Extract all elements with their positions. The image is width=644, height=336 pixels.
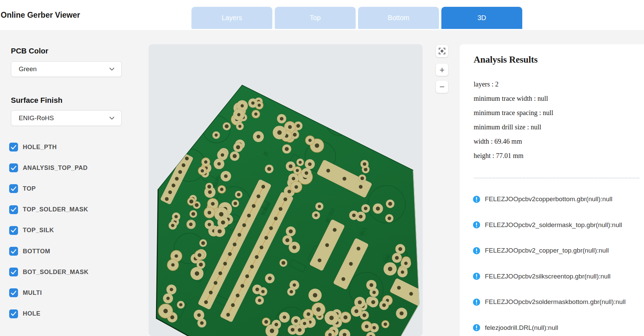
layer-label: BOTTOM <box>23 248 50 255</box>
analysis-stat: height : 77.01 mm <box>474 148 553 163</box>
layer-checkbox[interactable] <box>9 184 18 193</box>
analysis-panel: Analysis Results layers : 2minimum trace… <box>460 44 644 336</box>
checkmark-icon <box>11 207 17 212</box>
layer-toggle-row: TOP_SOLDER_MASK <box>9 205 88 214</box>
layer-label: HOLE_PTH <box>23 144 57 151</box>
surface-finish-heading: Surface Finish <box>11 96 63 105</box>
checkmark-icon <box>11 228 17 233</box>
gerber-file-row: felezjoodrill.DRL(null):null <box>473 323 639 333</box>
info-icon <box>473 195 480 203</box>
gerber-file-row: FELEZJOOpcbv2_copper_top.gbr(null):null <box>473 246 639 255</box>
layer-label: ANALYSIS_TOP_PAD <box>23 164 88 172</box>
checkmark-icon <box>11 290 17 295</box>
center-view-button[interactable] <box>436 45 448 57</box>
analysis-stat: minimum trace spacing : null <box>474 106 553 120</box>
analysis-stat: minimum drill size : null <box>474 120 553 134</box>
gerber-file-name: FELEZJOOpcbv2copperbottom.gbr(null):null <box>485 195 612 203</box>
layer-checkbox[interactable] <box>9 205 18 214</box>
zoom-in-button[interactable]: + <box>436 64 448 76</box>
layer-toggle-row: TOP_SILK <box>9 226 54 235</box>
layer-label: TOP_SILK <box>23 227 54 234</box>
checkmark-icon <box>11 311 17 316</box>
analysis-title: Analysis Results <box>474 54 538 65</box>
checkmark-icon <box>11 165 17 171</box>
gerber-file-name: FELEZJOOpcbv2_soldermask_top.gbr(null):n… <box>485 221 622 229</box>
analysis-stat: minimum trace width : null <box>474 91 553 106</box>
layer-checkbox[interactable] <box>9 288 18 297</box>
gerber-file-name: FELEZJOOpcbv2soldermaskbottom.gbr(null):… <box>485 298 626 306</box>
tab-top[interactable]: Top <box>275 7 356 29</box>
analysis-stat: layers : 2 <box>474 77 553 91</box>
info-icon <box>473 272 480 280</box>
layer-checkbox[interactable] <box>9 163 18 172</box>
pcb-color-heading: PCB Color <box>11 47 48 55</box>
gerber-file-list: FELEZJOOpcbv2copperbottom.gbr(null):null… <box>473 194 639 336</box>
gerber-file-name: FELEZJOOpcbv2_copper_top.gbr(null):null <box>485 247 609 254</box>
layer-label: MULTI <box>23 289 42 297</box>
gerber-file-row: FELEZJOOpcbv2silkscreentop.gbr(null):nul… <box>473 272 639 281</box>
checkmark-icon <box>11 145 17 150</box>
pcb-3d-render[interactable]: 400nF400nFBC331LT8754K710K18KJK <box>149 44 423 336</box>
layer-checkbox[interactable] <box>9 309 18 318</box>
checkmark-icon <box>11 270 17 275</box>
center-view-icon <box>439 48 445 54</box>
layer-label: HOLE <box>23 310 40 317</box>
layer-checkbox[interactable] <box>9 247 18 256</box>
checkmark-icon <box>11 249 17 254</box>
minus-icon: − <box>439 82 444 91</box>
info-icon <box>473 324 480 332</box>
surface-finish-value: ENIG-RoHS <box>19 114 54 122</box>
layer-toggle-row: BOTTOM <box>9 247 50 256</box>
gerber-file-name: FELEZJOOpcbv2silkscreentop.gbr(null):nul… <box>485 273 611 280</box>
layer-label: BOT_SOLDER_MASK <box>23 269 89 276</box>
gerber-file-row: FELEZJOOpcbv2soldermaskbottom.gbr(null):… <box>473 297 639 307</box>
layer-toggle-row: ANALYSIS_TOP_PAD <box>9 163 88 172</box>
info-icon <box>473 298 480 306</box>
layer-checkbox[interactable] <box>9 226 18 235</box>
gerber-file-row: FELEZJOOpcbv2_soldermask_top.gbr(null):n… <box>473 220 639 230</box>
dotted-divider <box>474 178 639 178</box>
layer-checkbox[interactable] <box>9 268 18 276</box>
analysis-stats-list: layers : 2minimum trace width : nullmini… <box>474 77 553 163</box>
layer-toggle-row: HOLE_PTH <box>9 143 57 151</box>
info-icon <box>473 247 480 255</box>
tab-3d[interactable]: 3D <box>441 7 522 29</box>
layer-label: TOP <box>23 185 36 192</box>
layer-label: TOP_SOLDER_MASK <box>23 206 88 213</box>
layer-toggle-row: MULTI <box>9 288 42 297</box>
tab-layers[interactable]: Layers <box>191 7 272 29</box>
chevron-down-icon <box>109 116 115 120</box>
layer-checkbox[interactable] <box>9 143 18 151</box>
gerber-file-name: felezjoodrill.DRL(null):null <box>485 324 558 332</box>
layer-toggle-row: HOLE <box>9 309 40 318</box>
chevron-down-icon <box>109 67 115 71</box>
gerber-file-row: FELEZJOOpcbv2copperbottom.gbr(null):null <box>473 194 639 204</box>
pcb-color-value: Green <box>19 65 37 73</box>
analysis-stat: width : 69.46 mm <box>474 134 553 148</box>
page-title: Online Gerber Viewer <box>1 11 80 20</box>
surface-finish-select[interactable]: ENIG-RoHS <box>11 110 122 126</box>
pcb-color-select[interactable]: Green <box>11 61 122 77</box>
tab-bottom[interactable]: Bottom <box>358 7 439 29</box>
plus-icon: + <box>439 65 444 74</box>
checkmark-icon <box>11 186 17 191</box>
layer-toggle-row: TOP <box>9 184 36 193</box>
layer-toggle-row: BOT_SOLDER_MASK <box>9 268 89 276</box>
zoom-out-button[interactable]: − <box>436 81 448 93</box>
pcb-3d-viewport[interactable]: 400nF400nFBC331LT8754K710K18KJK <box>149 44 423 336</box>
info-icon <box>473 221 480 229</box>
app-header: Online Gerber Viewer Layers Top Bottom 3… <box>0 0 644 30</box>
view-tabs: Layers Top Bottom 3D <box>191 7 522 29</box>
